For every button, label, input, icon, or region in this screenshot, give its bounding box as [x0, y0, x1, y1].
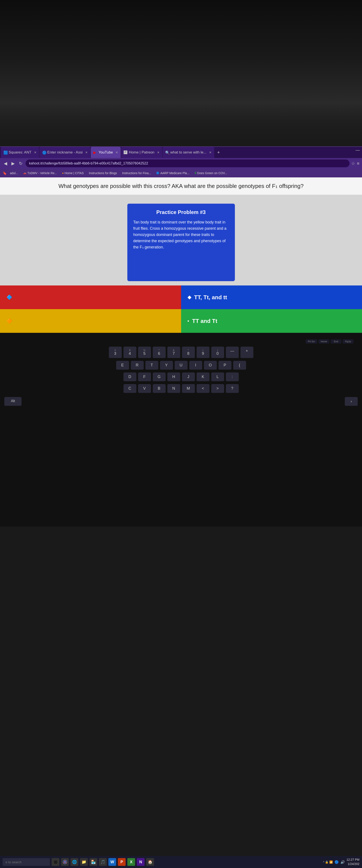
bookmark-1-label: adul... [10, 172, 18, 175]
answer-d-text: TT and Tt [192, 318, 217, 324]
taskbar-icon-explorer[interactable]: 📁 [80, 858, 88, 866]
taskbar-icon-edge[interactable]: 🌐 [71, 858, 78, 866]
key-plus[interactable]: + [240, 347, 253, 359]
media-keys-row: Prt Scr Home End PgUp [4, 339, 358, 344]
key-j[interactable]: J [182, 372, 195, 382]
back-button[interactable]: ◀ [3, 160, 8, 167]
taskbar-icon-music[interactable]: 🎵 [99, 858, 107, 866]
tab-4-close[interactable]: ✕ [157, 151, 160, 154]
key-3[interactable]: # 3 [109, 347, 122, 359]
bookmark-6[interactable]: 🔵 AARP Medicare Pla... [154, 171, 191, 175]
bookmarks-bar: 🔖 adul... 🚗 TxDMV - Vehicle Re... ● Home… [0, 169, 362, 177]
tab-1[interactable]: 🟦 Squares: ANT ✕ [1, 147, 39, 158]
key-p[interactable]: P [219, 361, 231, 370]
tab-3[interactable]: ▶ YouTube ✕ [91, 147, 121, 158]
keyboard-row-space: Alt › [4, 397, 358, 406]
key-6[interactable]: ^ 6 [153, 347, 166, 359]
key-9[interactable]: ( 9 [197, 347, 209, 359]
home-label: Home [321, 340, 327, 343]
key-o[interactable]: O [204, 361, 217, 370]
key-bracket-open[interactable]: { [233, 361, 246, 370]
key-r[interactable]: R [131, 361, 144, 370]
new-tab-button[interactable]: + [215, 149, 222, 156]
tab-4-favicon: 🅿 [124, 151, 128, 154]
tab-5-close[interactable]: ✕ [209, 151, 212, 154]
end-key[interactable]: End [331, 339, 341, 344]
forward-button[interactable]: ▶ [10, 160, 16, 167]
tab-4-label: Home | Patreon [129, 150, 155, 155]
key-7[interactable]: & 7 [167, 347, 180, 359]
tab-2-close[interactable]: ✕ [85, 151, 88, 154]
tab-1-close[interactable]: ✕ [34, 151, 37, 154]
tab-2[interactable]: 🔵 Enter nickname - Assi ✕ [40, 147, 90, 158]
tab-1-label: Squares: ANT [9, 150, 31, 155]
key-n[interactable]: N [167, 384, 180, 394]
key-less-than[interactable]: < [197, 384, 209, 394]
key-b[interactable]: B [153, 384, 166, 394]
key-d[interactable]: D [124, 372, 136, 382]
key-y[interactable]: Y [160, 361, 173, 370]
tab-4[interactable]: 🅿 Home | Patreon ✕ [121, 147, 162, 158]
tab-3-close[interactable]: ✕ [116, 151, 118, 154]
bookmark-7-label: Does Green on COV... [197, 172, 227, 175]
key-dash[interactable]: — [226, 347, 239, 359]
key-k[interactable]: K [197, 372, 209, 382]
key-g[interactable]: G [153, 372, 166, 382]
menu-button[interactable]: ≡ [357, 161, 359, 166]
taskbar-icon-word[interactable]: W [108, 858, 116, 866]
answer-option-c[interactable]: 🔶 [0, 309, 181, 333]
taskbar-icon-store[interactable]: 🏪 [90, 858, 97, 866]
answer-option-b[interactable]: ◆ TT, Tt, and tt [181, 285, 362, 309]
answer-option-a[interactable]: 🔷 [0, 285, 181, 309]
key-l[interactable]: L [211, 372, 224, 382]
taskbar-icon-home[interactable]: 🏠 [146, 858, 154, 866]
volume-icon: 🔊 [340, 860, 345, 864]
key-4[interactable]: $ 4 [124, 347, 136, 359]
key-8[interactable]: * 8 [182, 347, 195, 359]
key-i[interactable]: I [189, 361, 202, 370]
tab-2-favicon: 🔵 [42, 151, 46, 154]
bookmark-5[interactable]: Instructions for Fina... [120, 171, 153, 175]
refresh-button[interactable]: ↻ [18, 160, 24, 167]
key-question[interactable]: ? [226, 384, 239, 394]
key-5[interactable]: % 5 [138, 347, 151, 359]
minimize-button[interactable]: — [354, 147, 361, 158]
key-t[interactable]: T [145, 361, 158, 370]
keyboard-area: Prt Scr Home End PgUp # 3 $ 4 % 5 ^ 6 [0, 333, 362, 527]
taskbar-icon-ppt[interactable]: P [118, 858, 126, 866]
taskbar-icon-excel[interactable]: X [127, 858, 135, 866]
alt-key[interactable]: Alt [4, 397, 22, 406]
pgup-key[interactable]: PgUp [343, 339, 353, 344]
pgup-label: PgUp [345, 340, 351, 343]
key-c[interactable]: C [124, 384, 136, 394]
key-greater-than[interactable]: > [211, 384, 224, 394]
bookmark-2[interactable]: 🚗 TxDMV - Vehicle Re... [21, 171, 59, 175]
bookmark-star-button[interactable]: ☆ [351, 161, 355, 166]
key-v[interactable]: V [138, 384, 151, 394]
key-h[interactable]: H [167, 372, 180, 382]
answer-b-icon: ◆ [188, 294, 191, 300]
taskbar-icon-chrome[interactable] [61, 858, 69, 866]
answer-option-d[interactable]: ▪ TT and Tt [181, 309, 362, 333]
practice-area: Practice Problem #3 Tan body trait is do… [0, 195, 362, 285]
bookmark-7[interactable]: S Does Green on COV... [193, 171, 230, 175]
taskbar-icon-windows[interactable]: ⊞ [52, 858, 59, 866]
prt-scr-key[interactable]: Prt Scr [306, 339, 317, 344]
key-u[interactable]: U [175, 361, 188, 370]
taskbar-right: ^ 🔒 📶 🔵 🔊 12:27 PM 1/24/202 [323, 858, 359, 866]
address-input[interactable] [26, 159, 350, 167]
key-colon[interactable]: : [226, 372, 239, 382]
taskbar-search[interactable] [3, 858, 50, 866]
key-e[interactable]: E [116, 361, 129, 370]
taskbar-icon-onenote[interactable]: N [137, 858, 144, 866]
home-key[interactable]: Home [319, 339, 329, 344]
key-f[interactable]: F [138, 372, 151, 382]
key-m[interactable]: M [182, 384, 195, 394]
bookmark-3[interactable]: ● Home | CITAS [60, 171, 86, 175]
right-arrow-key[interactable]: › [345, 397, 358, 406]
bookmark-6-label: AARP Medicare Pla... [160, 172, 189, 175]
tab-5[interactable]: 🔍 what to serve with le... ✕ [163, 147, 214, 158]
key-0[interactable]: ) 0 [211, 347, 224, 359]
bookmark-1[interactable]: adul... [8, 171, 20, 175]
bookmark-4[interactable]: Instructions for Blogs [87, 171, 119, 175]
